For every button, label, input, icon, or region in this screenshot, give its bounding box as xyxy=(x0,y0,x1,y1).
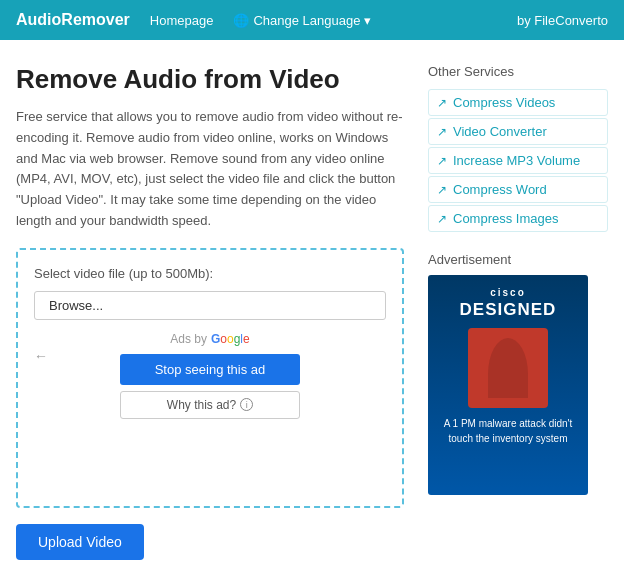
nav-change-language[interactable]: 🌐 Change Language ▾ xyxy=(233,13,371,28)
cisco-designed-text: DESIGNED xyxy=(460,300,557,320)
navbar: AudioRemover Homepage 🌐 Change Language … xyxy=(0,0,624,40)
page-description: Free service that allows you to remove a… xyxy=(16,107,404,232)
service-increase-mp3[interactable]: ↗ Increase MP3 Volume xyxy=(428,147,608,174)
upload-area: Select video file (up to 500Mb): Browse.… xyxy=(16,248,404,508)
info-icon: i xyxy=(240,398,253,411)
why-this-ad-button[interactable]: Why this ad? i xyxy=(120,391,300,419)
external-link-icon: ↗ xyxy=(437,125,447,139)
external-link-icon: ↗ xyxy=(437,96,447,110)
ad-container: ← Ads by Google Stop seeing this ad Why … xyxy=(34,332,386,419)
service-list: ↗ Compress Videos ↗ Video Converter ↗ In… xyxy=(428,89,608,232)
ads-by-google: Ads by Google xyxy=(170,332,249,346)
list-item: ↗ Increase MP3 Volume xyxy=(428,147,608,174)
person-figure xyxy=(488,338,528,398)
list-item: ↗ Compress Images xyxy=(428,205,608,232)
services-title: Other Services xyxy=(428,64,608,79)
sidebar-advertisement: cisco DESIGNED A 1 PM malware attack did… xyxy=(428,275,588,495)
external-link-icon: ↗ xyxy=(437,212,447,226)
nav-homepage[interactable]: Homepage xyxy=(150,13,214,28)
service-compress-word[interactable]: ↗ Compress Word xyxy=(428,176,608,203)
list-item: ↗ Video Converter xyxy=(428,118,608,145)
service-video-converter[interactable]: ↗ Video Converter xyxy=(428,118,608,145)
page-layout: Remove Audio from Video Free service tha… xyxy=(0,40,624,564)
upload-area-label: Select video file (up to 500Mb): xyxy=(34,266,386,281)
external-link-icon: ↗ xyxy=(437,183,447,197)
page-title: Remove Audio from Video xyxy=(16,64,404,95)
ads-label: Ads by xyxy=(170,332,207,346)
back-arrow-icon[interactable]: ← xyxy=(34,348,48,364)
ad-sidebar-title: Advertisement xyxy=(428,252,608,267)
cisco-logo: cisco xyxy=(490,287,526,298)
main-content: Remove Audio from Video Free service tha… xyxy=(16,64,404,560)
nav-by: by FileConverto xyxy=(517,13,608,28)
list-item: ↗ Compress Videos xyxy=(428,89,608,116)
upload-video-button[interactable]: Upload Video xyxy=(16,524,144,560)
globe-icon: 🌐 xyxy=(233,13,249,28)
nav-brand: AudioRemover xyxy=(16,11,130,29)
stop-seeing-ad-button[interactable]: Stop seeing this ad xyxy=(120,354,300,385)
ad-person-image xyxy=(468,328,548,408)
chevron-down-icon: ▾ xyxy=(364,13,371,28)
service-compress-images[interactable]: ↗ Compress Images xyxy=(428,205,608,232)
browse-button[interactable]: Browse... xyxy=(34,291,386,320)
service-compress-videos[interactable]: ↗ Compress Videos xyxy=(428,89,608,116)
ad-body-text: A 1 PM malware attack didn't touch the i… xyxy=(436,416,580,446)
google-logo: Google xyxy=(211,332,250,346)
external-link-icon: ↗ xyxy=(437,154,447,168)
list-item: ↗ Compress Word xyxy=(428,176,608,203)
sidebar: Other Services ↗ Compress Videos ↗ Video… xyxy=(428,64,608,560)
